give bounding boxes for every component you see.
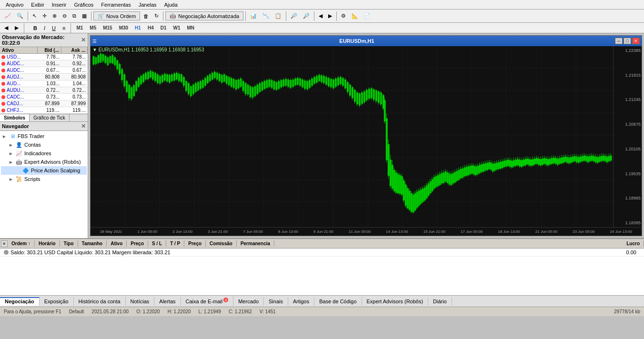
nav-item-scripts[interactable]: ► 📜 Scripts — [1, 175, 87, 183]
menu-janelas[interactable]: Janelas — [135, 1, 161, 9]
delete-btn[interactable]: 🗑 — [141, 12, 151, 20]
col-lucro[interactable]: Lucro — [623, 240, 644, 247]
properties-btn[interactable]: ⚙ — [339, 11, 348, 20]
cursor-btn[interactable]: ↖ — [30, 11, 39, 20]
negociacao-btn[interactable]: 🤖 Negociação Automatizada — [165, 11, 243, 20]
menu-inserir[interactable]: Inserir — [48, 1, 70, 9]
bar-chart-btn[interactable]: ▦ — [80, 11, 89, 20]
col-preco2[interactable]: Preço — [184, 240, 206, 247]
mw-row[interactable]: CADJ... 87.899 87.999 — [0, 100, 88, 107]
mw-symbol[interactable]: CHFJ... — [7, 107, 38, 113]
tab-grafico-tick[interactable]: Gráfico de Tick — [30, 114, 70, 121]
period-m1[interactable]: M1 — [74, 25, 85, 31]
bottom-tab-mercado[interactable]: Mercado — [233, 297, 264, 306]
mw-symbol[interactable]: AUDU... — [7, 87, 38, 93]
template-btn[interactable]: 📄 — [362, 11, 373, 20]
mw-row[interactable]: USD... 7.78... 7.78... — [0, 54, 88, 60]
mw-symbol[interactable]: CADC... — [7, 94, 38, 100]
zoom-plus[interactable]: 🔎 — [301, 11, 312, 20]
chart-minimize-btn[interactable]: ─ — [615, 38, 623, 44]
period-d1[interactable]: D1 — [158, 25, 169, 31]
col-comissao[interactable]: Comissão — [206, 240, 237, 247]
period-h4[interactable]: H4 — [145, 25, 156, 31]
italic-btn[interactable]: I — [41, 24, 48, 32]
chart-close-btn[interactable]: ✕ — [632, 38, 640, 44]
period-mn[interactable]: MN — [185, 25, 197, 31]
bottom-tab-exposição[interactable]: Exposição — [40, 297, 74, 306]
bottom-tab-diário[interactable]: Diário — [428, 297, 452, 306]
col-ordem[interactable]: Ordem ↑ — [8, 240, 35, 247]
mw-symbol[interactable]: USD... — [7, 54, 38, 60]
market-watch-close[interactable]: ✕ — [81, 37, 86, 43]
nav-item-price-action[interactable]: 🔷 Price Action Scalping — [1, 166, 87, 175]
period-h1[interactable]: H1 — [132, 25, 143, 31]
mw-row[interactable]: AUDU... 0.72... 0.72... — [0, 87, 88, 94]
chart-menu-icon[interactable]: ☰ — [92, 39, 97, 44]
fwd-btn[interactable]: ▶ — [12, 23, 21, 32]
chart-type3[interactable]: 📋 — [272, 11, 284, 20]
underline-btn[interactable]: U — [50, 24, 58, 32]
mw-row[interactable]: CADC... 0.73... 0.73... — [0, 94, 88, 100]
new-chart-btn[interactable]: 📈 — [2, 11, 13, 20]
col-tp[interactable]: T / P — [166, 240, 184, 247]
period-m5[interactable]: M5 — [87, 25, 99, 31]
bottom-tab-notícias[interactable]: Notícias — [126, 297, 155, 306]
mw-symbol[interactable]: AUD... — [7, 80, 38, 87]
col-tamanho[interactable]: Tamanho — [78, 240, 107, 247]
menu-graficos[interactable]: Gráficos — [70, 1, 97, 9]
mw-row[interactable]: AUDC... 0.91... 0.92... — [0, 60, 88, 67]
crosshair-btn[interactable]: ✛ — [40, 11, 49, 20]
bottom-tab-negociação[interactable]: Negociação — [0, 297, 40, 306]
chart-zoom-btn[interactable]: 🔍 — [14, 11, 26, 20]
refresh-btn[interactable]: ↻ — [152, 11, 161, 20]
chart-type2[interactable]: 📉 — [260, 11, 272, 20]
align-btn[interactable]: ≡ — [60, 24, 68, 32]
mw-row[interactable]: AUDC... 0.67... 0.67... — [0, 67, 88, 74]
mw-row[interactable]: CHFJ... 119.... 119.... — [0, 107, 88, 114]
col-ativo[interactable]: Ativo — [107, 240, 127, 247]
chart-type1[interactable]: 📊 — [248, 11, 259, 20]
col-permanencia[interactable]: Permanencia — [237, 240, 274, 247]
nav-item-fbstrader[interactable]: ► 🖥 FBS Trader — [1, 132, 87, 140]
mw-symbol[interactable]: CADJ... — [7, 100, 38, 107]
col-preco[interactable]: Preço — [127, 240, 148, 247]
mw-symbol[interactable]: AUDJ... — [7, 74, 38, 80]
right-scroll[interactable]: ▶ — [326, 11, 334, 20]
bottom-tab-sinais[interactable]: Sinais — [264, 297, 288, 306]
period-m30[interactable]: M30 — [117, 25, 131, 31]
zoom-minus[interactable]: 🔎 — [288, 11, 300, 20]
bottom-tab-expert-advisors-(robôs)[interactable]: Expert Advisors (Robôs) — [362, 297, 429, 306]
close-bottom-panel-btn[interactable]: ✕ — [1, 240, 8, 247]
bold-btn[interactable]: B — [31, 24, 40, 32]
nova-ordem-btn[interactable]: 🛒 Nova Ordem — [93, 11, 140, 20]
zoom-out-btn[interactable]: ⊖ — [60, 11, 69, 20]
bottom-tab-histórico-da-conta[interactable]: Histórico da conta — [74, 297, 126, 306]
bottom-tab-artigos[interactable]: Artigos — [288, 297, 314, 306]
bottom-tab-caixa-de-e-mail[interactable]: Caixa de E-mail6 — [181, 296, 234, 306]
period-m15[interactable]: M15 — [101, 25, 114, 31]
menu-ajuda[interactable]: Ajuda — [161, 1, 181, 9]
col-tipo[interactable]: Tipo — [60, 240, 78, 247]
col-horario[interactable]: Horário — [35, 240, 60, 247]
nav-item-experts[interactable]: ► 🤖 Expert Advisors (Robôs) — [1, 158, 87, 166]
bottom-tab-alertas[interactable]: Alertas — [154, 297, 181, 306]
mw-row[interactable]: AUDJ... 80.808 80.908 — [0, 74, 88, 80]
bottom-tab-base-de-código[interactable]: Base de Código — [314, 297, 362, 306]
navigator-close[interactable]: ✕ — [81, 123, 86, 130]
period-w1[interactable]: W1 — [171, 25, 183, 31]
mw-symbol[interactable]: AUDC... — [7, 60, 38, 67]
chart-canvas[interactable]: ▼ EURUSDm,H1 1.16953 1.16959 1.16938 1.1… — [91, 46, 613, 227]
nav-item-contas[interactable]: ► 👤 Contas — [1, 140, 87, 149]
zoom-in-btn[interactable]: ⊕ — [50, 11, 59, 20]
indicator-btn[interactable]: 📐 — [349, 11, 361, 20]
col-sl[interactable]: S / L — [148, 240, 166, 247]
menu-exibir[interactable]: Exibir — [27, 1, 48, 9]
period-sep-btn[interactable]: ⧉ — [70, 11, 79, 20]
tab-simbolos[interactable]: Símbolos — [0, 114, 30, 121]
mw-row[interactable]: AUD... 1.03... 1.04... — [0, 80, 88, 87]
chart-maximize-btn[interactable]: □ — [624, 38, 631, 44]
menu-arquivo[interactable]: Arquivo — [2, 1, 27, 9]
left-scroll[interactable]: ◀ — [316, 11, 325, 20]
nav-item-indicadores[interactable]: ► 📈 Indicadores — [1, 149, 87, 158]
back-btn[interactable]: ◀ — [2, 23, 10, 32]
